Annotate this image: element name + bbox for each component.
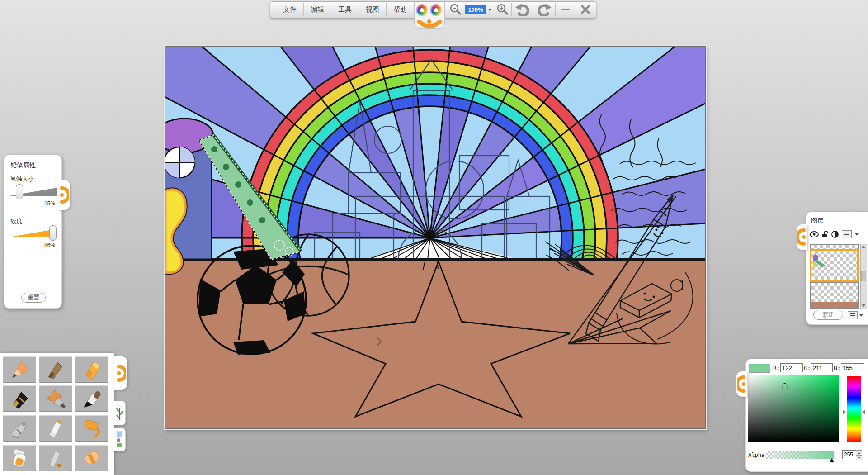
layers-scrollbar[interactable] [860, 244, 867, 309]
tool-paint-jar[interactable] [3, 445, 36, 471]
minimize-button[interactable] [556, 3, 576, 16]
green-label: G: [804, 365, 811, 371]
undo-button[interactable] [512, 3, 533, 16]
contrast-icon [831, 231, 839, 238]
color-picker-handle[interactable] [736, 371, 747, 397]
menu-help[interactable]: 帮助 [387, 3, 414, 16]
charcoal-stick-icon [45, 359, 66, 380]
redo-button[interactable] [533, 3, 555, 16]
sv-marker[interactable] [782, 383, 788, 390]
reset-button[interactable]: 重置 [21, 293, 46, 303]
eraser-icon [81, 447, 103, 469]
unlock-icon [822, 231, 828, 238]
layer-lock-button[interactable] [822, 231, 828, 238]
menu-view[interactable]: 视图 [359, 3, 387, 16]
tool-palette [0, 353, 114, 475]
paint-roller-icon [81, 418, 103, 439]
zoom-in-icon [495, 3, 509, 16]
hue-slider[interactable] [847, 376, 861, 442]
tool-airbrush[interactable] [3, 415, 36, 442]
canvas-artwork [165, 47, 705, 428]
zoom-in-button[interactable] [493, 3, 511, 16]
layer-doodle-preview [812, 254, 827, 269]
new-layer-button[interactable]: 新建 [813, 310, 843, 320]
picture-templates-button[interactable] [113, 428, 126, 451]
alpha-input[interactable] [842, 450, 857, 459]
alpha-marker-icon[interactable] [830, 458, 834, 462]
crayon-icon [81, 359, 103, 380]
layer-thumbnail-active[interactable] [810, 249, 859, 282]
zoom-caret-down-icon[interactable] [488, 9, 491, 11]
tool-crayon[interactable] [75, 356, 108, 383]
layer-menu-button[interactable] [842, 230, 852, 238]
mascot-left-eye-icon[interactable] [416, 4, 428, 16]
menu-tools[interactable]: 工具 [331, 3, 359, 16]
app-window: 文件 编辑 工具 视图 帮助 100% [0, 0, 868, 475]
zoom-level-field[interactable]: 100% [465, 5, 486, 14]
orange-handle-icon [59, 185, 69, 205]
eye-icon [810, 231, 819, 238]
undo-icon [514, 3, 531, 16]
green-input[interactable] [811, 363, 833, 372]
layer-options-caret-icon[interactable] [859, 314, 863, 317]
sharp-pencil-icon [9, 359, 30, 380]
drawing-canvas[interactable] [165, 46, 706, 429]
layer-thumbnail-ground[interactable] [810, 282, 859, 309]
layer-thumbnail-top[interactable] [810, 244, 859, 249]
hue-marker-left-icon[interactable] [843, 410, 846, 414]
mascot-tab [414, 2, 445, 28]
blue-input[interactable] [841, 363, 864, 372]
layer-menu-caret-icon[interactable] [855, 233, 859, 236]
layers-panel: 图层 [806, 212, 868, 325]
scroll-up-icon[interactable] [862, 246, 865, 248]
brush-size-handle[interactable] [16, 184, 23, 200]
tool-flat-brush[interactable] [39, 385, 72, 412]
alpha-spin-up-button[interactable] [856, 450, 862, 455]
close-icon [581, 5, 590, 14]
alpha-spin-down-button[interactable] [856, 455, 862, 460]
fountain-pen-icon [9, 388, 30, 409]
flat-brush-icon [45, 388, 66, 409]
layer-blend-button[interactable] [831, 231, 839, 238]
scrollbar-thumb[interactable] [861, 271, 866, 281]
layer-visibility-button[interactable] [810, 231, 819, 238]
palette-handle[interactable] [114, 356, 127, 390]
softness-value: 86% [44, 242, 55, 248]
tool-ink-brush[interactable] [75, 385, 108, 412]
softness-handle[interactable] [49, 225, 57, 241]
orange-handle-icon [737, 374, 747, 394]
plant-stamps-button[interactable] [113, 401, 126, 425]
scroll-down-icon[interactable] [862, 304, 865, 307]
alpha-slider[interactable] [766, 451, 834, 459]
tool-fountain-pen[interactable] [3, 385, 36, 412]
tool-charcoal-stick[interactable] [39, 356, 72, 383]
tool-eraser[interactable] [75, 445, 108, 471]
point-blade-icon [45, 447, 66, 469]
menu-file[interactable]: 文件 [276, 3, 304, 16]
pencil-panel-title: 铅笔属性 [10, 162, 36, 170]
red-input[interactable] [780, 363, 803, 372]
layers-panel-title: 图层 [811, 217, 824, 225]
paint-jar-icon [9, 447, 30, 469]
layers-panel-handle[interactable] [797, 224, 807, 250]
saturation-value-field[interactable] [748, 375, 839, 442]
pencil-panel-handle[interactable] [57, 180, 70, 210]
tool-palette-knife[interactable] [39, 415, 72, 442]
tool-sharp-pencil[interactable] [3, 356, 36, 383]
blue-label: B: [834, 365, 841, 371]
tool-paint-roller[interactable] [75, 415, 108, 442]
plant-stamp-icon [116, 404, 123, 422]
tool-point-blade[interactable] [39, 445, 72, 471]
mascot-smile-icon [417, 20, 442, 28]
zoom-out-icon [448, 3, 462, 16]
alpha-label: Alpha [748, 452, 764, 458]
hue-marker-right-icon[interactable] [862, 410, 865, 414]
zoom-out-button[interactable] [445, 3, 465, 16]
main-toolbar: 文件 编辑 工具 视图 帮助 100% [270, 1, 596, 19]
layer-options-button[interactable] [848, 311, 858, 319]
color-picker-panel: R: G: B: Alpha [745, 359, 868, 472]
orange-handle-icon [116, 363, 126, 383]
mascot-right-eye-icon[interactable] [430, 4, 442, 16]
close-button[interactable] [576, 3, 595, 16]
menu-edit[interactable]: 编辑 [304, 3, 331, 16]
